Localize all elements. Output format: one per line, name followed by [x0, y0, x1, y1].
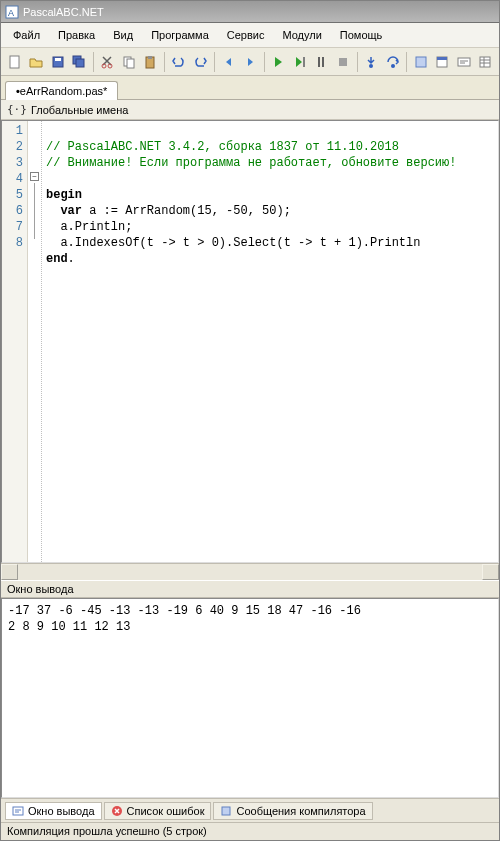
- svg-rect-26: [222, 807, 230, 815]
- debug-icon[interactable]: [312, 51, 331, 73]
- titlebar: A PascalABC.NET: [1, 1, 499, 23]
- toolbar-separator: [357, 52, 358, 72]
- scroll-left-icon[interactable]: [1, 564, 18, 580]
- new-file-icon[interactable]: [5, 51, 24, 73]
- svg-rect-22: [458, 58, 470, 66]
- svg-rect-21: [437, 57, 447, 60]
- toolbar-separator: [406, 52, 407, 72]
- svg-text:A: A: [8, 8, 14, 18]
- toolbar-separator: [93, 52, 94, 72]
- menu-program[interactable]: Программа: [143, 26, 217, 44]
- code-keyword: end: [46, 252, 68, 266]
- form-icon[interactable]: [433, 51, 452, 73]
- step-over-icon[interactable]: [383, 51, 402, 73]
- bottom-tabs: Окно вывода Список ошибок Сообщения комп…: [1, 798, 499, 822]
- svg-point-18: [391, 64, 395, 68]
- toolbar-separator: [164, 52, 165, 72]
- menu-view[interactable]: Вид: [105, 26, 141, 44]
- menu-help[interactable]: Помощь: [332, 26, 391, 44]
- cut-icon[interactable]: [98, 51, 117, 73]
- code-area[interactable]: // PascalABC.NET 3.4.2, сборка 1837 от 1…: [42, 121, 498, 562]
- brace-icon: {·}: [7, 103, 27, 116]
- tab-current-file[interactable]: •eArrRandom.pas*: [5, 81, 118, 100]
- bottom-tab-errors[interactable]: Список ошибок: [104, 802, 212, 820]
- compiler-tab-icon: [220, 805, 232, 817]
- menubar: Файл Правка Вид Программа Сервис Модули …: [1, 23, 499, 48]
- errors-tab-icon: [111, 805, 123, 817]
- statusbar: Компиляция прошла успешно (5 строк): [1, 822, 499, 840]
- toolbar: [1, 48, 499, 76]
- props-icon[interactable]: [476, 51, 495, 73]
- code-keyword: var: [60, 204, 82, 218]
- app-title: PascalABC.NET: [23, 6, 104, 18]
- svg-rect-14: [318, 57, 320, 67]
- code-editor[interactable]: 1 2 3 4 5 6 7 8 − // PascalABC.NET 3.4.2…: [1, 120, 499, 563]
- fold-toggle-icon[interactable]: −: [30, 172, 39, 181]
- scroll-track[interactable]: [18, 564, 482, 580]
- menu-service[interactable]: Сервис: [219, 26, 273, 44]
- globals-bar[interactable]: {·} Глобальные имена: [1, 100, 499, 120]
- nav-back-icon[interactable]: [219, 51, 238, 73]
- fold-line: [34, 183, 35, 239]
- svg-rect-6: [76, 59, 84, 67]
- document-tabs: •eArrRandom.pas*: [1, 76, 499, 100]
- svg-rect-2: [10, 56, 19, 68]
- toolbar-separator: [264, 52, 265, 72]
- scroll-right-icon[interactable]: [482, 564, 499, 580]
- redo-icon[interactable]: [191, 51, 210, 73]
- output-tab-icon: [12, 805, 24, 817]
- output-line: -17 37 -6 -45 -13 -13 -19 6 40 9 15 18 4…: [8, 603, 492, 619]
- app-icon: A: [5, 5, 19, 19]
- code-line: // PascalABC.NET 3.4.2, сборка 1837 от 1…: [46, 140, 399, 154]
- code-keyword: begin: [46, 188, 82, 202]
- output-panel[interactable]: -17 37 -6 -45 -13 -13 -19 6 40 9 15 18 4…: [1, 598, 499, 798]
- bottom-tab-compiler[interactable]: Сообщения компилятора: [213, 802, 372, 820]
- globals-label: Глобальные имена: [31, 104, 129, 116]
- module-icon[interactable]: [411, 51, 430, 73]
- svg-rect-10: [127, 59, 134, 68]
- nav-fwd-icon[interactable]: [240, 51, 259, 73]
- svg-rect-19: [416, 57, 426, 67]
- bottom-tab-output[interactable]: Окно вывода: [5, 802, 102, 820]
- line-gutter: 1 2 3 4 5 6 7 8: [2, 121, 28, 562]
- svg-rect-13: [303, 57, 305, 67]
- step-into-icon[interactable]: [361, 51, 380, 73]
- output-window-icon[interactable]: [454, 51, 473, 73]
- save-icon[interactable]: [48, 51, 67, 73]
- tab-label: eArrRandom.pas*: [20, 85, 107, 97]
- toolbar-separator: [214, 52, 215, 72]
- copy-icon[interactable]: [119, 51, 138, 73]
- output-panel-title: Окно вывода: [1, 580, 499, 598]
- menu-edit[interactable]: Правка: [50, 26, 103, 44]
- menu-modules[interactable]: Модули: [274, 26, 329, 44]
- svg-rect-23: [480, 57, 490, 67]
- run-icon[interactable]: [269, 51, 288, 73]
- svg-rect-4: [55, 58, 61, 61]
- svg-rect-24: [13, 807, 23, 815]
- status-text: Компиляция прошла успешно (5 строк): [7, 825, 207, 837]
- code-line: a := ArrRandom(15, -50, 50);: [82, 204, 291, 218]
- open-icon[interactable]: [26, 51, 45, 73]
- svg-point-17: [369, 64, 373, 68]
- fold-column: −: [28, 121, 42, 562]
- paste-icon[interactable]: [141, 51, 160, 73]
- undo-icon[interactable]: [169, 51, 188, 73]
- svg-rect-15: [322, 57, 324, 67]
- code-line: // Внимание! Если программа не работает,…: [46, 156, 456, 170]
- horizontal-scrollbar[interactable]: [1, 563, 499, 580]
- run-no-debug-icon[interactable]: [290, 51, 309, 73]
- stop-icon[interactable]: [333, 51, 352, 73]
- svg-rect-12: [148, 56, 152, 59]
- code-line: a.Println;: [46, 220, 132, 234]
- menu-file[interactable]: Файл: [5, 26, 48, 44]
- output-line: 2 8 9 10 11 12 13: [8, 619, 492, 635]
- code-line: a.IndexesOf(t -> t > 0).Select(t -> t + …: [46, 236, 420, 250]
- svg-rect-16: [339, 58, 347, 66]
- save-all-icon[interactable]: [69, 51, 88, 73]
